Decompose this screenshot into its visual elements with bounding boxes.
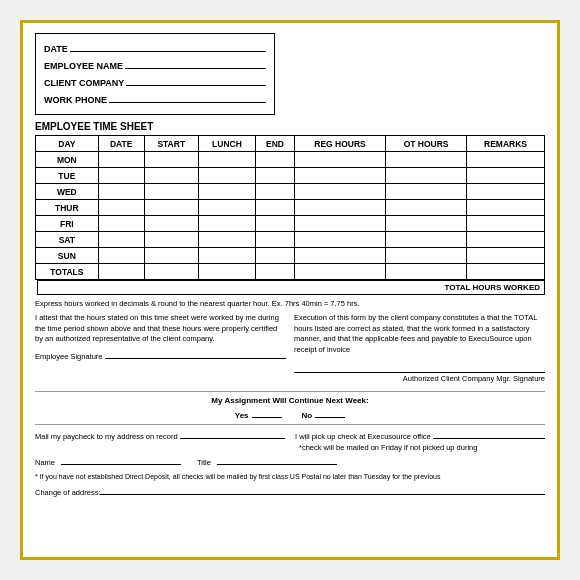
yes-field[interactable]: [252, 408, 282, 418]
cell-data[interactable]: [386, 152, 467, 168]
date-field[interactable]: [70, 40, 266, 52]
cell-data[interactable]: [467, 168, 545, 184]
cell-data[interactable]: [198, 232, 255, 248]
cell-data[interactable]: [467, 200, 545, 216]
employee-name-field[interactable]: [125, 57, 266, 69]
col-start: START: [144, 136, 198, 152]
cell-data[interactable]: [144, 200, 198, 216]
cell-data[interactable]: [98, 232, 144, 248]
yes-label: Yes: [235, 411, 249, 420]
client-sig-field[interactable]: [294, 363, 545, 373]
cell-data[interactable]: [256, 184, 295, 200]
mail-field[interactable]: [180, 429, 285, 439]
cell-data[interactable]: [294, 264, 385, 280]
name-title-line: Name Title: [35, 455, 545, 467]
cell-data[interactable]: [386, 248, 467, 264]
cell-data[interactable]: [198, 248, 255, 264]
cell-data[interactable]: [386, 216, 467, 232]
col-end: END: [256, 136, 295, 152]
section-title: EMPLOYEE TIME SHEET: [35, 121, 545, 132]
cell-data[interactable]: [467, 152, 545, 168]
note-line: Express hours worked in decimals & round…: [35, 299, 545, 308]
no-item: No: [302, 408, 346, 420]
fine-print: * If you have not established Direct Dep…: [35, 472, 545, 482]
cell-data[interactable]: [256, 232, 295, 248]
cell-data[interactable]: [256, 200, 295, 216]
cell-data[interactable]: [198, 184, 255, 200]
client-company-line: CLIENT COMPANY: [44, 74, 266, 88]
change-field[interactable]: [100, 485, 545, 495]
cell-data[interactable]: [198, 264, 255, 280]
cell-data[interactable]: [294, 152, 385, 168]
cell-data[interactable]: [144, 168, 198, 184]
cell-data[interactable]: [256, 216, 295, 232]
cell-day: WED: [36, 184, 99, 200]
assignment-label: My Assignment Will Continue Next Week:: [211, 396, 368, 405]
table-row: TOTALS: [36, 264, 545, 280]
cell-data[interactable]: [256, 264, 295, 280]
col-ot-hours: OT HOURS: [386, 136, 467, 152]
cell-data[interactable]: [98, 152, 144, 168]
cell-data[interactable]: [294, 248, 385, 264]
assignment-section: My Assignment Will Continue Next Week: Y…: [35, 396, 545, 420]
cell-data[interactable]: [256, 248, 295, 264]
employee-sig-line: Employee Signature: [35, 349, 286, 363]
cell-data[interactable]: [144, 264, 198, 280]
cell-data[interactable]: [98, 216, 144, 232]
cell-data[interactable]: [467, 184, 545, 200]
cell-data[interactable]: [467, 248, 545, 264]
date-line: DATE: [44, 40, 266, 54]
no-field[interactable]: [315, 408, 345, 418]
cell-data[interactable]: [256, 168, 295, 184]
client-company-label: CLIENT COMPANY: [44, 78, 124, 88]
table-row: MON: [36, 152, 545, 168]
cell-data[interactable]: [144, 216, 198, 232]
cell-data[interactable]: [294, 216, 385, 232]
cell-data[interactable]: [467, 216, 545, 232]
cell-data[interactable]: [198, 152, 255, 168]
table-row: THUR: [36, 200, 545, 216]
name-field[interactable]: [61, 455, 181, 465]
attest-right: Execution of this form by the client com…: [294, 313, 545, 385]
cell-data[interactable]: [467, 264, 545, 280]
cell-data[interactable]: [294, 184, 385, 200]
cell-data[interactable]: [198, 200, 255, 216]
pickup-field[interactable]: [433, 429, 545, 439]
cell-data[interactable]: [294, 232, 385, 248]
change-label: Change of address:: [35, 488, 100, 497]
cell-data[interactable]: [386, 232, 467, 248]
work-phone-field[interactable]: [109, 91, 266, 103]
cell-data[interactable]: [144, 232, 198, 248]
cell-data[interactable]: [198, 168, 255, 184]
table-header-row: DAY DATE START LUNCH END REG HOURS OT HO…: [36, 136, 545, 152]
col-date: DATE: [98, 136, 144, 152]
cell-data[interactable]: [294, 168, 385, 184]
title-field[interactable]: [217, 455, 337, 465]
cell-data[interactable]: [98, 264, 144, 280]
cell-data[interactable]: [386, 200, 467, 216]
cell-data[interactable]: [144, 152, 198, 168]
cell-data[interactable]: [386, 168, 467, 184]
client-company-field[interactable]: [126, 74, 266, 86]
cell-data[interactable]: [98, 184, 144, 200]
cell-data[interactable]: [98, 200, 144, 216]
yes-no-line: Yes No: [35, 408, 545, 420]
cell-data[interactable]: [144, 184, 198, 200]
employee-sig-field[interactable]: [105, 349, 286, 359]
cell-data[interactable]: [144, 248, 198, 264]
cell-data[interactable]: [386, 264, 467, 280]
cell-data[interactable]: [467, 232, 545, 248]
date-label: DATE: [44, 44, 68, 54]
total-hours-label: TOTAL HOURS WORKED: [37, 281, 544, 295]
attest-right-text: Execution of this form by the client com…: [294, 313, 537, 354]
change-line: Change of address:: [35, 485, 545, 497]
mail-label: Mail my paycheck to my address on record: [35, 432, 178, 441]
pickup-label: I will pick up check at Execusource offi…: [295, 432, 431, 441]
cell-data[interactable]: [98, 248, 144, 264]
cell-data[interactable]: [98, 168, 144, 184]
divider2: [35, 424, 545, 425]
cell-data[interactable]: [294, 200, 385, 216]
cell-data[interactable]: [198, 216, 255, 232]
cell-data[interactable]: [256, 152, 295, 168]
cell-data[interactable]: [386, 184, 467, 200]
